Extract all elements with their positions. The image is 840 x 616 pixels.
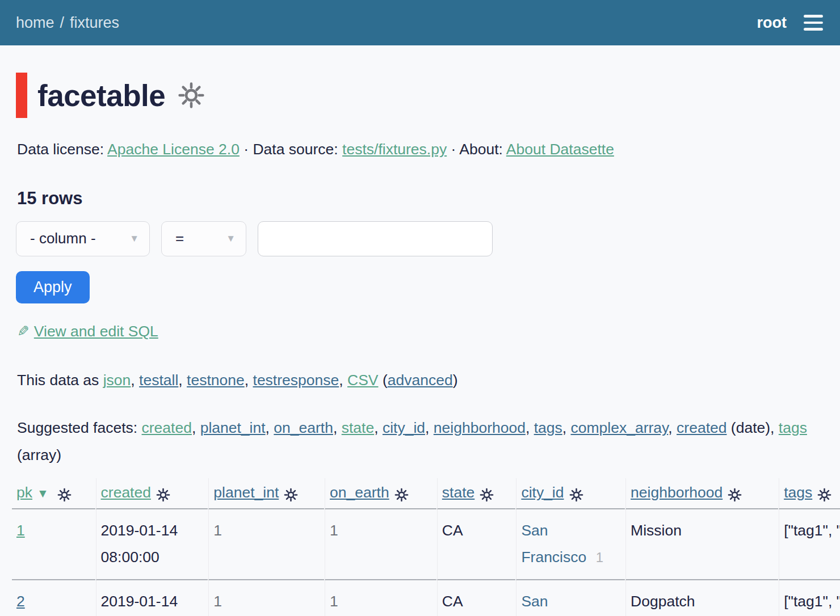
column-planet-int-gear-icon[interactable] <box>283 487 299 503</box>
cell-neighborhood: Dogpatch <box>625 580 778 616</box>
hamburger-menu-icon[interactable] <box>803 12 824 33</box>
filter-operator-select[interactable]: = ▼ <box>161 221 246 256</box>
column-city-id-gear-icon[interactable] <box>569 487 584 503</box>
facet-created-link[interactable]: created <box>142 419 192 436</box>
comma: , <box>668 419 672 436</box>
breadcrumb-home-link[interactable]: home <box>16 14 54 31</box>
facet-planet-int-link[interactable]: planet_int <box>200 419 266 436</box>
table-row: 1 2019-01-14 08:00:00 1 1 CA San Francis… <box>12 509 840 580</box>
facet-date-suffix: (date) <box>731 419 770 436</box>
row-count-heading: 15 rows <box>17 188 823 209</box>
column-pk-gear-icon[interactable] <box>57 487 72 503</box>
comma: , <box>339 372 343 389</box>
view-edit-sql-link[interactable]: View and edit SQL <box>34 323 158 340</box>
facets-prefix: Suggested facets: <box>17 419 137 436</box>
city-link[interactable]: San Francisco <box>521 522 586 566</box>
cell-tags: ["tag1", "tag3"] <box>779 580 840 616</box>
facet-on-earth-link[interactable]: on_earth <box>274 419 333 436</box>
export-formats-line: This data as json, testall, testnone, te… <box>17 369 823 392</box>
column-neighborhood-gear-icon[interactable] <box>727 487 742 503</box>
results-table-wrapper: pk▼ created planet_int on_earth state ci… <box>11 478 840 616</box>
filter-value-input[interactable] <box>258 221 493 256</box>
top-navigation-bar: home/fixtures root <box>0 0 840 45</box>
comma: , <box>266 419 270 436</box>
export-testresponse-link[interactable]: testresponse <box>253 372 339 389</box>
facet-city-id-link[interactable]: city_id <box>383 419 425 436</box>
column-header-created: created <box>96 478 208 509</box>
column-tags-sort-link[interactable]: tags <box>784 484 812 501</box>
pencil-icon: ✎ <box>17 320 30 343</box>
comma: , <box>562 419 566 436</box>
filter-column-value: - column - <box>30 230 96 247</box>
row-pk-link[interactable]: 2 <box>16 593 25 610</box>
table-settings-gear-icon[interactable] <box>177 81 206 110</box>
breadcrumb-separator: / <box>60 14 65 31</box>
page-title: facetable <box>37 78 165 113</box>
facet-complex-array-link[interactable]: complex_array <box>571 419 669 436</box>
column-created-gear-icon[interactable] <box>156 487 171 503</box>
hamburger-bar <box>804 15 823 18</box>
suggested-facets-line: Suggested facets: created, planet_int, o… <box>17 414 817 469</box>
column-on-earth-gear-icon[interactable] <box>394 487 409 503</box>
filter-column-select[interactable]: - column - ▼ <box>16 221 150 256</box>
column-pk-sort-link[interactable]: pk <box>16 484 32 501</box>
column-tags-gear-icon[interactable] <box>817 487 832 503</box>
column-header-pk: pk▼ <box>12 478 95 509</box>
city-link[interactable]: San Francisco <box>521 593 586 616</box>
user-menu-root[interactable]: root <box>757 14 787 32</box>
hamburger-bar <box>804 22 823 24</box>
export-json-link[interactable]: json <box>103 372 131 389</box>
export-advanced-link[interactable]: advanced <box>388 372 453 389</box>
apply-button[interactable]: Apply <box>16 271 90 303</box>
page-title-row: facetable <box>16 73 823 118</box>
export-prefix: This data as <box>17 372 99 389</box>
source-label: Data source: <box>253 141 338 158</box>
facet-created-date-link[interactable]: created <box>677 419 726 436</box>
title-accent-bar <box>16 73 27 118</box>
table-header-row: pk▼ created planet_int on_earth state ci… <box>12 478 840 509</box>
cell-state: CA <box>437 509 516 580</box>
facet-array-suffix: (array) <box>17 446 61 463</box>
about-link[interactable]: About Datasette <box>506 141 614 158</box>
sql-link-line: ✎View and edit SQL <box>17 320 823 343</box>
export-csv-link[interactable]: CSV <box>347 372 379 389</box>
breadcrumb: home/fixtures <box>16 14 119 32</box>
column-city-id-sort-link[interactable]: city_id <box>521 484 564 501</box>
comma: , <box>245 372 249 389</box>
cell-state: CA <box>437 580 516 616</box>
facet-neighborhood-link[interactable]: neighborhood <box>434 419 526 436</box>
results-table: pk▼ created planet_int on_earth state ci… <box>11 478 840 616</box>
column-on-earth-sort-link[interactable]: on_earth <box>330 484 389 501</box>
license-label: Data license: <box>17 141 104 158</box>
dataset-meta-line: Data license: Apache License 2.0 · Data … <box>17 138 823 161</box>
meta-separator: · <box>451 141 456 158</box>
facet-tags-link[interactable]: tags <box>534 419 562 436</box>
cell-tags: ["tag1", "tag2"] <box>779 509 840 580</box>
breadcrumb-fixtures-link[interactable]: fixtures <box>70 14 119 31</box>
comma: , <box>770 419 774 436</box>
export-testnone-link[interactable]: testnone <box>187 372 245 389</box>
facet-tags-array-link[interactable]: tags <box>779 419 807 436</box>
cell-city-id: San Francisco 1 <box>516 509 625 580</box>
column-created-sort-link[interactable]: created <box>101 484 151 501</box>
column-state-sort-link[interactable]: state <box>442 484 474 501</box>
table-row: 2 2019-01-14 08:00:00 1 1 CA San Francis… <box>12 580 840 616</box>
sort-desc-icon: ▼ <box>37 487 49 500</box>
column-neighborhood-sort-link[interactable]: neighborhood <box>631 484 723 501</box>
column-planet-int-sort-link[interactable]: planet_int <box>213 484 279 501</box>
license-link[interactable]: Apache License 2.0 <box>107 141 240 158</box>
filter-row: - column - ▼ = ▼ <box>16 221 823 256</box>
export-testall-link[interactable]: testall <box>139 372 178 389</box>
column-header-neighborhood: neighborhood <box>625 478 778 509</box>
column-state-gear-icon[interactable] <box>479 487 494 503</box>
cell-pk: 1 <box>12 509 95 580</box>
chevron-down-icon: ▼ <box>129 233 139 244</box>
comma: , <box>526 419 530 436</box>
facet-state-link[interactable]: state <box>342 419 374 436</box>
city-raw-id: 1 <box>596 550 603 565</box>
comma: , <box>178 372 182 389</box>
source-link[interactable]: tests/fixtures.py <box>342 141 447 158</box>
hamburger-bar <box>804 28 823 31</box>
paren-open: ( <box>383 372 388 389</box>
row-pk-link[interactable]: 1 <box>16 522 25 539</box>
